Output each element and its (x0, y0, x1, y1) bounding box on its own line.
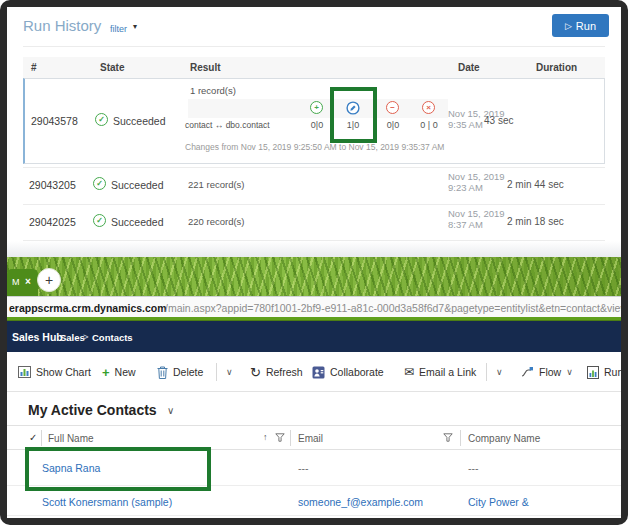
flow-label: Flow (539, 366, 561, 378)
run-button-label: Run (576, 20, 596, 32)
chart-icon (18, 366, 31, 378)
toolbar-divider (486, 363, 487, 381)
app-name[interactable]: Sales Hub (12, 331, 63, 343)
panel-title: Run History (23, 17, 101, 34)
run-state: Succeeded (111, 216, 164, 228)
more-commands-chevron[interactable]: ∨ (496, 364, 503, 380)
browser-tab-strip: M × + (7, 257, 621, 296)
run-duration: 43 sec (484, 115, 513, 126)
breadcrumb-page[interactable]: Contacts (92, 332, 133, 343)
refresh-button[interactable]: ↻ Refresh (250, 364, 303, 380)
column-divider (460, 430, 461, 446)
records-count: 1 record(s) (190, 85, 236, 96)
run-date-line2: 9:23 AM (448, 183, 483, 194)
view-selector-chevron-icon[interactable]: ∨ (167, 405, 174, 416)
delete-button[interactable]: Delete (157, 364, 203, 380)
collaborate-button[interactable]: Collaborate (312, 364, 384, 380)
trash-icon (157, 366, 168, 379)
col-num: # (31, 62, 37, 73)
screenshot-frame: Run History filter ▾ ▷ Run # State Resul… (0, 0, 628, 525)
envelope-icon: ✉ (404, 366, 414, 378)
run-report-button[interactable]: Run (587, 364, 621, 380)
delete-count: 0|0 (378, 120, 408, 130)
tab-title: M (12, 277, 20, 287)
run-table-header: # State Result Date Duration (23, 57, 605, 79)
new-label: New (115, 366, 136, 378)
delete-label: Delete (173, 366, 203, 378)
new-button[interactable]: + New (102, 364, 136, 380)
contact-email-link[interactable]: someone_f@example.com (298, 496, 423, 508)
plus-icon: + (102, 366, 110, 379)
succeeded-check-icon: ✓ (95, 113, 108, 126)
report-icon (587, 366, 599, 379)
view-title[interactable]: My Active Contacts (28, 402, 157, 418)
run-state: Succeeded (113, 115, 166, 127)
filter-funnel-icon[interactable] (275, 433, 285, 442)
breadcrumb-separator-icon: > (83, 331, 89, 342)
delete-icon: − (386, 101, 399, 114)
url-path: /main.aspx?appid=780f1001-2bf9-e911-a81c… (165, 302, 621, 314)
contact-email: --- (298, 462, 309, 474)
select-all-check-icon[interactable]: ✓ (29, 432, 37, 443)
succeeded-check-icon: ✓ (93, 177, 106, 190)
panel-bottom-fade (7, 241, 621, 257)
changes-note: Changes from Nov 15, 2019 9:25:50 AM to … (185, 142, 444, 152)
col-email[interactable]: Email (298, 433, 323, 444)
col-full-name[interactable]: Full Name (48, 433, 94, 444)
new-tab-button[interactable]: + (37, 268, 61, 292)
run-button[interactable]: ▷ Run (552, 14, 609, 37)
col-duration: Duration (536, 62, 577, 73)
run-date-line2: 9:35 AM (448, 120, 483, 131)
command-bar: Show Chart + New Delete ∨ ↻ Refresh Coll… (7, 352, 621, 392)
sort-ascending-icon[interactable]: ↑ (263, 432, 268, 442)
refresh-icon: ↻ (250, 366, 261, 379)
run-duration: 2 min 44 sec (507, 179, 564, 190)
chevron-down-icon: ∨ (566, 367, 573, 377)
run-id: 29042025 (29, 216, 76, 228)
address-bar[interactable]: erappscrma.crm.dynamics.com /main.aspx?a… (7, 296, 621, 317)
run-row-3[interactable]: 29042025 ✓ Succeeded 220 record(s) Nov 1… (7, 204, 621, 240)
email-link-button[interactable]: ✉ Email a Link (404, 364, 476, 380)
email-link-label: Email a Link (419, 366, 476, 378)
run-state: Succeeded (111, 179, 164, 191)
contact-company: --- (468, 462, 479, 474)
url-domain: erappscrma.crm.dynamics.com (9, 302, 167, 314)
crm-nav-bar: Sales Hub Sales > Contacts (7, 321, 621, 352)
col-result: Result (190, 62, 221, 73)
run-history-panel: Run History filter ▾ ▷ Run # State Resul… (7, 7, 621, 257)
chevron-down-icon: ∨ (496, 367, 503, 377)
insert-count: 0|0 (302, 120, 332, 130)
browser-tab[interactable]: M × (7, 269, 38, 296)
refresh-label: Refresh (266, 366, 303, 378)
error-icon: × (422, 101, 435, 114)
tab-close-icon[interactable]: × (25, 276, 31, 287)
flow-button[interactable]: Flow ∨ (521, 364, 573, 380)
canvas: Run History filter ▾ ▷ Run # State Resul… (7, 7, 621, 518)
row-divider (7, 515, 621, 516)
filter-funnel-icon[interactable] (443, 433, 453, 442)
contact-company-link[interactable]: City Power & (468, 496, 529, 508)
filter-dropdown[interactable]: filter (110, 24, 127, 34)
plus-icon: + (45, 272, 53, 288)
col-state: State (100, 62, 124, 73)
run-duration: 2 min 18 sec (507, 216, 564, 227)
run-id: 29043205 (29, 179, 76, 191)
collaborate-label: Collaborate (330, 366, 384, 378)
contact-name-link[interactable]: Scott Konersmann (sample) (42, 496, 172, 508)
col-company[interactable]: Company Name (468, 433, 540, 444)
show-chart-label: Show Chart (36, 366, 91, 378)
title-divider (23, 46, 605, 47)
collaborate-icon (312, 366, 325, 379)
more-commands-chevron[interactable]: ∨ (226, 364, 233, 380)
insert-icon: + (310, 101, 323, 114)
breadcrumb-area[interactable]: Sales (60, 332, 85, 343)
records-count: 221 record(s) (188, 179, 245, 190)
run-row-2[interactable]: 29043205 ✓ Succeeded 221 record(s) Nov 1… (7, 167, 621, 204)
column-divider (290, 430, 291, 446)
toolbar-divider (216, 363, 217, 381)
records-count: 220 record(s) (188, 216, 245, 227)
filter-caret-icon[interactable]: ▾ (133, 22, 137, 31)
flow-icon (521, 366, 534, 378)
run-row-1[interactable]: 29043578 ✓ Succeeded 1 record(s) + − × c… (23, 78, 605, 164)
show-chart-button[interactable]: Show Chart (18, 364, 91, 380)
